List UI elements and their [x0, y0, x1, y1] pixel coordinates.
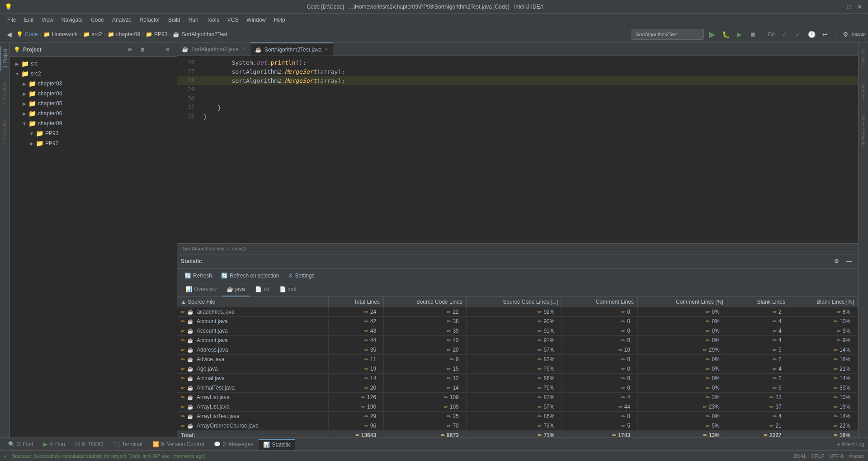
gear-icon[interactable]: ⚙ [137, 44, 148, 55]
menu-file[interactable]: File [4, 15, 19, 25]
breadcrumb-src2[interactable]: src2 [92, 31, 102, 38]
refresh-on-selection-button[interactable]: 🔄 Refresh on selection [217, 271, 283, 281]
menu-navigate[interactable]: Navigate [58, 15, 86, 25]
table-row[interactable]: ✏ ☕ ArrayList.java ✏190 ✏109 ✏57% ✏44 ✏2… [177, 402, 858, 411]
status-position[interactable]: 28:41 [793, 453, 806, 459]
tab-sort-algorithm2[interactable]: ☕ SortAlgorithm2.java ✕ [177, 42, 250, 56]
table-row[interactable]: ✏ ☕ Advice.java ✏11 ✏9 ✏82% ✏0 ✏0% ✏2 ✏1… [177, 354, 858, 364]
menu-tools[interactable]: Tools [203, 15, 223, 25]
tree-item-chapter03[interactable]: ▶ 📁 chapter03 [10, 79, 177, 89]
menu-help[interactable]: Help [270, 15, 289, 25]
code-editor[interactable]: 26 System.out.println(); 27 sortAlgorith… [177, 56, 858, 243]
tree-item-chapter05[interactable]: ▶ 📁 chapter05 [10, 99, 177, 108]
database-tab[interactable]: Database [859, 79, 867, 103]
git-history-icon[interactable]: 🕐 [806, 29, 817, 40]
menu-window[interactable]: Window [243, 15, 269, 25]
favorites-panel-tab[interactable]: 2: Favorites [1, 118, 9, 146]
stat-minimize-icon[interactable]: — [844, 256, 854, 267]
col-total-lines[interactable]: Total Lines [329, 297, 384, 307]
col-blank-lines[interactable]: Blank Lines [727, 297, 789, 307]
table-row[interactable]: ✏ ☕ ArrayListTest.java ✏29 ✏25 ✏86% ✏0 ✏… [177, 411, 858, 421]
code-breadcrumb-class[interactable]: SortAlgorithm2Test [183, 246, 225, 251]
settings-button[interactable]: ⚙ Settings [284, 271, 318, 281]
menu-code[interactable]: Code [87, 15, 108, 25]
back-icon[interactable]: ◀ [4, 29, 14, 40]
table-row[interactable]: ✏ ☕ Address.java ✏35 ✏20 ✏57% ✏10 ✏29% ✏… [177, 345, 858, 354]
table-row[interactable]: ✏ ☕ AnimalTest.java ✏20 ✏14 ✏70% ✏0 ✏0% … [177, 383, 858, 392]
minimize-button[interactable]: ─ [835, 3, 842, 10]
menu-vcs[interactable]: VCS [224, 15, 242, 25]
status-branch[interactable]: master [849, 453, 864, 459]
tree-item-src2[interactable]: ▼ 📁 src2 [10, 69, 177, 79]
project-panel-tab[interactable]: 1: Project [0, 46, 9, 71]
table-row[interactable]: ✏ ☕ Account.java ✏43 ✏39 ✏91% ✏0 ✏0% ✏4 … [177, 326, 858, 335]
col-comment-pct[interactable]: Comment Lines [%] [637, 297, 727, 307]
col-src-lines[interactable]: Source Code Lines [384, 297, 467, 307]
maven-tab[interactable]: Maven Projects [859, 113, 867, 149]
breadcrumb-code[interactable]: Code [25, 31, 38, 38]
col-src-lines-pct[interactable]: Source Code Lines [...] [466, 297, 562, 307]
menu-analyze[interactable]: Analyze [108, 15, 135, 25]
bottom-tab-terminal[interactable]: ⬛ Terminal [109, 439, 147, 449]
bottom-tab-find[interactable]: 🔍 3: Find [4, 439, 38, 449]
breadcrumb-pp93[interactable]: PP93 [154, 31, 167, 38]
stat-table-container[interactable]: ▲ Source File Total Lines Source Code Li… [177, 297, 858, 438]
refresh-button[interactable]: 🔄 Refresh [181, 271, 216, 281]
menu-view[interactable]: View [38, 15, 57, 25]
table-row[interactable]: ✏ ☕ ArrayOrderedCourse.java ✏96 ✏70 ✏73%… [177, 421, 858, 430]
tab-sort-algorithm2test[interactable]: ☕ SortAlgorithm2Test.java ✕ [250, 42, 334, 56]
code-breadcrumb-method[interactable]: main() [232, 246, 246, 251]
table-row[interactable]: ✏ ☕ Age.java ✏19 ✏15 ✏79% ✏0 ✏0% ✏4 ✏21% [177, 364, 858, 373]
settings-icon[interactable]: ⚙ [840, 29, 851, 40]
breadcrumb-file[interactable]: SortAlgorithm2Test [181, 31, 227, 38]
breadcrumb-homework[interactable]: Homework [52, 31, 78, 38]
menu-edit[interactable]: Edit [20, 15, 37, 25]
menu-build[interactable]: Build [165, 15, 184, 25]
tree-item-chapter04[interactable]: ▶ 📁 chapter04 [10, 89, 177, 99]
menu-run[interactable]: Run [185, 15, 202, 25]
sync-icon[interactable]: ⚙ [124, 44, 135, 55]
git-revert-icon[interactable]: ↩ [820, 29, 830, 40]
coverage-button[interactable]: ▶ [734, 29, 745, 40]
col-source-file[interactable]: ▲ Source File [177, 297, 329, 307]
git-update-icon[interactable]: ✓ [779, 29, 790, 40]
col-blank-pct[interactable]: Blank Lines [%] [789, 297, 858, 307]
table-row[interactable]: ✏ ☕ Account.java ✏42 ✏38 ✏90% ✏0 ✏0% ✏4 … [177, 316, 858, 326]
bottom-tab-messages[interactable]: 💬 0: Messages [209, 439, 258, 449]
maximize-button[interactable]: □ [845, 3, 853, 10]
bottom-tab-statistic[interactable]: 📊 Statistic [259, 439, 295, 450]
tree-item-pp92[interactable]: ▶ 📁 PP92 [10, 138, 177, 148]
structure-panel-tab[interactable]: 2: Structure [1, 80, 9, 108]
close-sidebar-icon[interactable]: ✕ [162, 44, 173, 55]
ant-build-tab[interactable]: Ant Build [859, 46, 867, 70]
menu-refactor[interactable]: Refactor [136, 15, 164, 25]
status-encoding[interactable]: CRLF [811, 453, 824, 459]
bottom-tab-todo[interactable]: ☑ 6: TODO [71, 439, 108, 449]
stat-tab-java[interactable]: ☕ java [222, 283, 250, 296]
tree-item-chapter09[interactable]: ▼ 📁 chapter09 [10, 118, 177, 128]
table-row[interactable]: ✏ ☕ Animal.java ✏14 ✏12 ✏86% ✏0 ✏0% ✏2 ✏… [177, 373, 858, 383]
git-commit-icon[interactable]: ✓ [793, 29, 803, 40]
branch-icon[interactable]: master [854, 29, 864, 40]
collapse-icon[interactable]: — [150, 44, 160, 55]
tree-item-chapter06[interactable]: ▶ 📁 chapter06 [10, 108, 177, 118]
close-button[interactable]: ✕ [856, 3, 863, 10]
stat-tab-overview[interactable]: 📊 Overview [181, 283, 221, 296]
status-charset[interactable]: UTF-8 [830, 453, 844, 459]
run-button[interactable]: ▶ [707, 29, 717, 40]
stat-settings-icon[interactable]: ⚙ [831, 256, 842, 267]
breadcrumb-chapter09[interactable]: chapter09 [116, 31, 140, 38]
stat-tab-txt[interactable]: 📄 txt [250, 283, 274, 296]
event-log-label[interactable]: Event Log [842, 442, 864, 447]
debug-button[interactable]: 🐛 [720, 29, 731, 40]
stop-button[interactable]: ⏹ [747, 29, 758, 40]
table-row[interactable]: ✏ ☕ Account.java ✏44 ✏40 ✏91% ✏0 ✏0% ✏4 … [177, 335, 858, 345]
bottom-tab-vc[interactable]: 🔀 9: Version Control [148, 439, 208, 449]
table-row[interactable]: ✏ ☕ ArrayList.java ✏126 ✏109 ✏87% ✏4 ✏3%… [177, 392, 858, 402]
col-comment-lines[interactable]: Comment Lines [562, 297, 637, 307]
bottom-tab-run[interactable]: ▶ 4: Run [39, 439, 70, 449]
table-row[interactable]: ✏ ☕ academics.java ✏24 ✏22 ✏92% ✏0 ✏0% ✏… [177, 307, 858, 316]
stat-tab-xml[interactable]: 📄 xml [275, 283, 301, 296]
run-config-selector[interactable]: SortAlgorithm2Test [632, 29, 704, 40]
tab-close-1[interactable]: ✕ [241, 46, 245, 52]
